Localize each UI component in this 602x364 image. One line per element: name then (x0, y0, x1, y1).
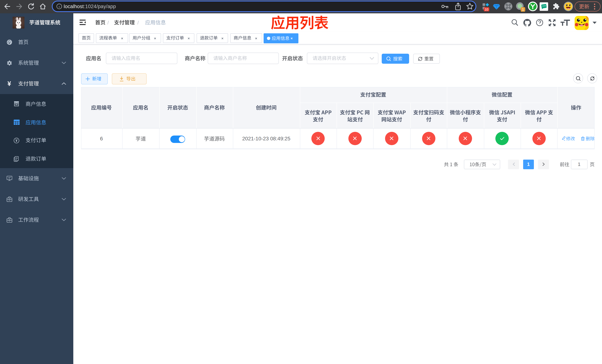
svg-text:10: 10 (485, 8, 488, 11)
svg-text:1: 1 (522, 8, 524, 11)
